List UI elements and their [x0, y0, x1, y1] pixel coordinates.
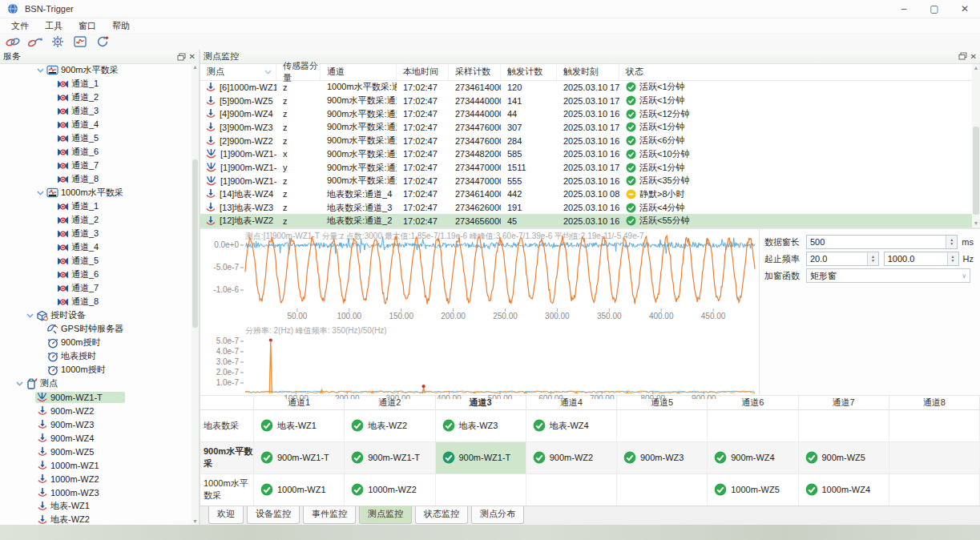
monitor-window-icon[interactable]: [72, 34, 88, 49]
caret-down-icon[interactable]: [35, 68, 46, 73]
tree-item-通道_5[interactable]: 通道_5: [0, 131, 192, 145]
tree-item-通道_7[interactable]: 通道_7: [0, 159, 192, 172]
column-header-本地时间[interactable]: 本地时间: [397, 64, 449, 80]
tree-item-1000m授时[interactable]: 1000m授时: [0, 363, 192, 377]
tab-状态监控[interactable]: 状态监控: [415, 506, 468, 524]
panel-float-icon[interactable]: [177, 53, 186, 61]
tree-item-通道_2[interactable]: 通道_2: [0, 213, 192, 227]
select-加窗函数[interactable]: 矩形窗∨: [806, 268, 970, 283]
grid-cell-地表-WZ1[interactable]: 地表-WZ1: [254, 410, 345, 442]
table-row-[5]900m-WZ5-z[interactable]: [5]900m-WZ5z900m水平数采:通道_717:02:472734440…: [200, 94, 980, 107]
menu-item-2[interactable]: 工具: [37, 19, 71, 33]
tab-事件监控[interactable]: 事件监控: [303, 506, 356, 524]
table-row-[1]900m-WZ1-T-x[interactable]: [1]900m-WZ1-Tx900m水平数采:通道_117:02:4727344…: [200, 147, 980, 161]
grid-cell-900m-WZ1-T[interactable]: 900m-WZ1-T: [254, 442, 345, 474]
tree-item-通道_4[interactable]: 通道_4: [0, 118, 192, 131]
menu-item-4[interactable]: 帮助: [104, 19, 138, 33]
table-row-[4]900m-WZ4-z[interactable]: [4]900m-WZ4z900m水平数采:通道_617:02:472734440…: [200, 107, 980, 121]
tree-item-900m-WZ2[interactable]: 900m-WZ2: [0, 404, 192, 417]
tree-item-通道_8[interactable]: 通道_8: [0, 295, 192, 308]
grid-cell-1000m-WZ2[interactable]: 1000m-WZ2: [345, 474, 435, 506]
tree-item-地表授时[interactable]: 地表授时: [0, 349, 192, 363]
tree-item-地表-WZ2[interactable]: 地表-WZ2: [0, 513, 192, 525]
grid-cell-1000m-WZ1[interactable]: 1000m-WZ1: [254, 474, 345, 506]
panel-close-icon[interactable]: ✕: [970, 52, 977, 61]
maximize-icon[interactable]: ▢: [919, 0, 950, 18]
tree-item-900m-WZ5[interactable]: 900m-WZ5: [0, 445, 192, 458]
table-scrollbar[interactable]: ▲ ▼: [972, 64, 980, 228]
tree-item-地表-WZ1[interactable]: 地表-WZ1: [0, 499, 192, 513]
tree-item-通道_3[interactable]: 通道_3: [0, 227, 192, 240]
scroll-up-icon[interactable]: ▲: [192, 63, 199, 71]
tree-item-授时设备[interactable]: 授时设备: [0, 308, 192, 322]
tree-item-1000m-WZ2[interactable]: 1000m-WZ2: [0, 472, 192, 486]
grid-cell-地表-WZ2[interactable]: 地表-WZ2: [345, 410, 435, 442]
tree-item-1000m-WZ1[interactable]: 1000m-WZ1: [0, 458, 192, 472]
connect-link-icon[interactable]: [5, 34, 21, 49]
grid-cell-1000m-WZ5[interactable]: 1000m-WZ5: [708, 474, 798, 506]
column-header-通道[interactable]: 通道: [321, 64, 397, 80]
tree-item-通道_6[interactable]: 通道_6: [0, 145, 192, 159]
tab-测点分布[interactable]: 测点分布: [471, 506, 524, 524]
tab-设备监控[interactable]: 设备监控: [247, 506, 300, 524]
table-row-[3]900m-WZ3-z[interactable]: [3]900m-WZ3z900m水平数采:通道_517:02:472734476…: [200, 121, 980, 135]
grid-cell-900m-WZ3[interactable]: 900m-WZ3: [617, 442, 708, 474]
input-起止频率-start[interactable]: 20.0▲▼: [806, 252, 879, 266]
refresh-icon[interactable]: [95, 34, 111, 49]
spinner-icon[interactable]: ▲▼: [946, 236, 957, 248]
sidebar-scrollbar[interactable]: ▲ ▼: [192, 63, 199, 525]
column-header-采样计数[interactable]: 采样计数: [449, 64, 501, 80]
sort-chevron-icon[interactable]: [264, 70, 272, 75]
tree-item-通道_1[interactable]: 通道_1: [0, 199, 192, 213]
panel-close-icon[interactable]: ✕: [189, 52, 196, 61]
table-row-[14]地表-WZ4-z[interactable]: [14]地表-WZ4z地表数采:通道_417:02:47273461400044…: [200, 187, 980, 201]
menu-item-1[interactable]: 文件: [3, 19, 37, 33]
table-row-[1]900m-WZ1-T-y[interactable]: [1]900m-WZ1-Ty900m水平数采:通道_217:02:4727344…: [200, 161, 980, 175]
grid-cell-900m-WZ5[interactable]: 900m-WZ5: [799, 442, 889, 474]
tree-item-通道_4[interactable]: 通道_4: [0, 240, 192, 254]
tree-item-900m-WZ3[interactable]: 900m-WZ3: [0, 417, 192, 431]
grid-cell-1000m-WZ4[interactable]: 1000m-WZ4: [799, 474, 889, 506]
tree-item-通道_2[interactable]: 通道_2: [0, 91, 192, 104]
column-header-触发计数[interactable]: 触发计数: [501, 64, 557, 80]
tree-item-1000m水平数采[interactable]: 1000m水平数采: [0, 186, 192, 199]
table-row-[12]地表-WZ2-z[interactable]: [12]地表-WZ2z地表数采:通道_217:02:47273465600045…: [200, 214, 980, 228]
grid-cell-900m-WZ2[interactable]: 900m-WZ2: [526, 442, 617, 474]
tree-item-测点[interactable]: 测点: [0, 377, 192, 390]
grid-cell-地表-WZ3[interactable]: 地表-WZ3: [436, 410, 526, 442]
tree-item-900m-WZ1-T[interactable]: 900m-WZ1-T: [0, 390, 192, 404]
caret-down-icon[interactable]: [35, 191, 46, 195]
input-数据窗长[interactable]: 500▲▼: [806, 235, 958, 249]
tree-item-通道_1[interactable]: 通道_1: [0, 77, 192, 91]
scroll-down-icon[interactable]: ▼: [972, 220, 980, 228]
input-起止频率-end[interactable]: 1000.0▲▼: [884, 252, 959, 266]
scroll-thumb[interactable]: [192, 159, 198, 328]
close-icon[interactable]: ✕: [950, 0, 980, 18]
tab-欢迎[interactable]: 欢迎: [208, 506, 244, 524]
tab-测点监控[interactable]: 测点监控: [359, 506, 412, 524]
tree-item-1000m-WZ3[interactable]: 1000m-WZ3: [0, 486, 192, 499]
spinner-icon[interactable]: ▲▼: [867, 252, 878, 265]
tree-item-通道_5[interactable]: 通道_5: [0, 254, 192, 268]
tree-item-通道_7[interactable]: 通道_7: [0, 281, 192, 295]
tree-item-通道_3[interactable]: 通道_3: [0, 104, 192, 118]
settings-gear-icon[interactable]: [50, 34, 66, 49]
column-header-触发时刻[interactable]: 触发时刻: [557, 64, 619, 80]
column-header-状态[interactable]: 状态: [619, 64, 980, 80]
grid-cell-900m-WZ1-T[interactable]: 900m-WZ1-T: [345, 442, 435, 474]
grid-cell-900m-WZ1-T[interactable]: 900m-WZ1-T: [436, 442, 526, 474]
scroll-down-icon[interactable]: ▼: [192, 518, 199, 525]
sync-link-icon[interactable]: [27, 34, 43, 49]
table-row-[13]地表-WZ3-z[interactable]: [13]地表-WZ3z地表数采:通道_317:02:47273462600019…: [200, 201, 980, 215]
caret-down-icon[interactable]: [14, 381, 25, 386]
table-row-[6]1000m-WZ1-z[interactable]: [6]1000m-WZ1z1000m水平数采:通道_117:02:4727346…: [200, 81, 980, 95]
grid-cell-地表-WZ4[interactable]: 地表-WZ4: [526, 410, 617, 442]
tree-item-通道_6[interactable]: 通道_6: [0, 268, 192, 281]
menu-item-3[interactable]: 窗口: [71, 19, 104, 33]
table-row-[1]900m-WZ1-T-z[interactable]: [1]900m-WZ1-Tz900m水平数采:通道_317:02:4727344…: [200, 174, 980, 187]
tree-item-900m授时[interactable]: 900m授时: [0, 336, 192, 349]
table-row-[2]900m-WZ2-z[interactable]: [2]900m-WZ2z900m水平数采:通道_417:02:472734476…: [200, 134, 980, 147]
tree-item-通道_8[interactable]: 通道_8: [0, 172, 192, 186]
column-header-传感器分量[interactable]: 传感器分量: [276, 64, 321, 80]
minimize-icon[interactable]: –: [889, 0, 919, 18]
